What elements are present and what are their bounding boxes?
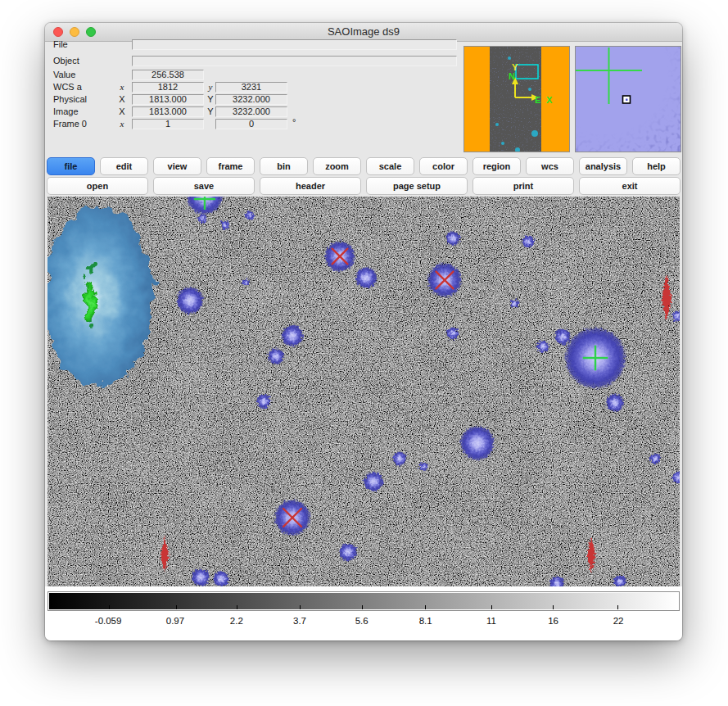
- filebar: opensaveheaderpage setupprintexit: [47, 177, 681, 195]
- menu-button-help[interactable]: help: [632, 157, 681, 175]
- physical-y-field[interactable]: 3232.000: [215, 94, 287, 105]
- image-label: Image: [53, 106, 79, 117]
- colorbar-tick: [425, 605, 426, 609]
- star: [509, 299, 518, 308]
- file-button-page-setup[interactable]: page setup: [366, 177, 468, 195]
- wcs-x-label: x: [117, 82, 127, 93]
- menu-button-region[interactable]: region: [473, 157, 521, 175]
- colorbar-tick-label: 16: [548, 616, 558, 626]
- compass-x-label: X: [546, 95, 553, 105]
- file-button-save[interactable]: save: [153, 177, 255, 195]
- image-y-field[interactable]: 3232.000: [215, 106, 287, 117]
- colorbar[interactable]: [47, 591, 680, 611]
- colorbar-gradient: [49, 593, 678, 609]
- file-field[interactable]: [132, 39, 457, 50]
- menu-button-frame[interactable]: frame: [206, 157, 255, 175]
- compass-e-label: E: [535, 95, 540, 105]
- menu-button-scale[interactable]: scale: [366, 157, 414, 175]
- star: [268, 348, 284, 364]
- physical-label: Physical: [53, 94, 87, 105]
- colorbar-tick-label: 22: [613, 616, 624, 626]
- menu-button-wcs[interactable]: wcs: [526, 157, 574, 175]
- menu-button-edit[interactable]: edit: [100, 157, 148, 175]
- star: [192, 568, 210, 586]
- galaxy-blob: [47, 206, 152, 387]
- star: [445, 231, 460, 246]
- file-button-exit[interactable]: exit: [579, 177, 681, 195]
- star: [649, 453, 660, 464]
- colorbar-tick: [237, 605, 237, 609]
- degree-symbol: °: [292, 117, 296, 127]
- colorbar-tick: [553, 605, 554, 609]
- file-button-print[interactable]: print: [473, 177, 574, 195]
- frame-label: Frame 0: [53, 119, 87, 129]
- colorbar-tick-label: 2.2: [230, 616, 243, 626]
- star: [392, 451, 407, 466]
- star: [242, 279, 250, 287]
- value-field[interactable]: 256.538: [132, 70, 204, 80]
- colorbar-tick: [176, 605, 177, 609]
- window-title: SAOImage ds9: [45, 25, 682, 38]
- frame-x-label: x: [117, 119, 127, 129]
- galaxy-core: [81, 281, 96, 320]
- menu-button-color[interactable]: color: [419, 157, 468, 175]
- star: [245, 210, 254, 219]
- colorbar-tick-label: 8.1: [419, 616, 432, 626]
- wcs-label: WCS a: [53, 82, 82, 93]
- star: [282, 325, 304, 347]
- menu-button-analysis[interactable]: analysis: [579, 157, 627, 175]
- menubar: fileeditviewframebinzoomscalecolorregion…: [47, 157, 681, 175]
- colorbar-tick: [617, 605, 618, 609]
- star: [522, 235, 535, 248]
- menu-button-zoom[interactable]: zoom: [313, 157, 361, 175]
- compass-n-label: N: [509, 71, 515, 81]
- star: [536, 340, 549, 353]
- magnifier[interactable]: [575, 46, 681, 152]
- colorbar-tick-label: 0.97: [166, 616, 184, 626]
- image-y-label: Y: [206, 106, 215, 117]
- image-x-field[interactable]: 1813.000: [132, 106, 204, 117]
- file-button-header[interactable]: header: [260, 177, 361, 195]
- image-x-label: X: [117, 106, 127, 117]
- star: [460, 426, 495, 461]
- star: [446, 327, 459, 340]
- galaxy-speckle: [86, 325, 91, 330]
- wcs-y-field[interactable]: 3231: [215, 82, 287, 93]
- galaxy-speckle: [84, 274, 89, 278]
- star: [355, 267, 378, 289]
- star: [339, 543, 357, 561]
- physical-x-field[interactable]: 1813.000: [132, 94, 204, 105]
- object-field[interactable]: [132, 56, 457, 66]
- frame-rotate-field[interactable]: 0: [215, 119, 287, 129]
- star: [418, 462, 427, 471]
- panner[interactable]: Y N E X: [463, 46, 570, 152]
- colorbar-tick: [300, 605, 301, 609]
- colorbar-tick-label: 11: [486, 616, 496, 626]
- colorbar-tick: [362, 605, 363, 609]
- star: [197, 214, 206, 223]
- menu-button-file[interactable]: file: [47, 157, 95, 175]
- physical-y-label: Y: [206, 94, 215, 105]
- star: [364, 472, 384, 492]
- star: [256, 394, 271, 409]
- colorbar-tick: [491, 605, 492, 609]
- wcs-y-label: y: [206, 82, 215, 93]
- physical-x-label: X: [117, 94, 127, 105]
- file-label: File: [53, 39, 68, 50]
- file-button-open[interactable]: open: [47, 177, 148, 195]
- colorbar-tick-label: -0.059: [95, 616, 122, 626]
- ds9-window: SAOImage ds9 File Object Value 256.538 W…: [45, 23, 682, 640]
- image-viewer[interactable]: [47, 197, 680, 586]
- menu-button-bin[interactable]: bin: [260, 157, 308, 175]
- magnifier-cursor: [623, 96, 631, 103]
- frame-zoom-field[interactable]: 1: [132, 119, 204, 129]
- object-label: Object: [53, 56, 79, 66]
- wcs-x-field[interactable]: 1812: [132, 82, 204, 93]
- menu-button-view[interactable]: view: [153, 157, 201, 175]
- colorbar-tick-label: 5.6: [355, 616, 369, 626]
- star: [220, 220, 229, 229]
- colorbar-tick: [109, 605, 110, 609]
- star: [606, 394, 624, 412]
- value-label: Value: [53, 70, 75, 80]
- colorbar-zone: -0.0590.972.23.75.68.1111622: [45, 586, 682, 640]
